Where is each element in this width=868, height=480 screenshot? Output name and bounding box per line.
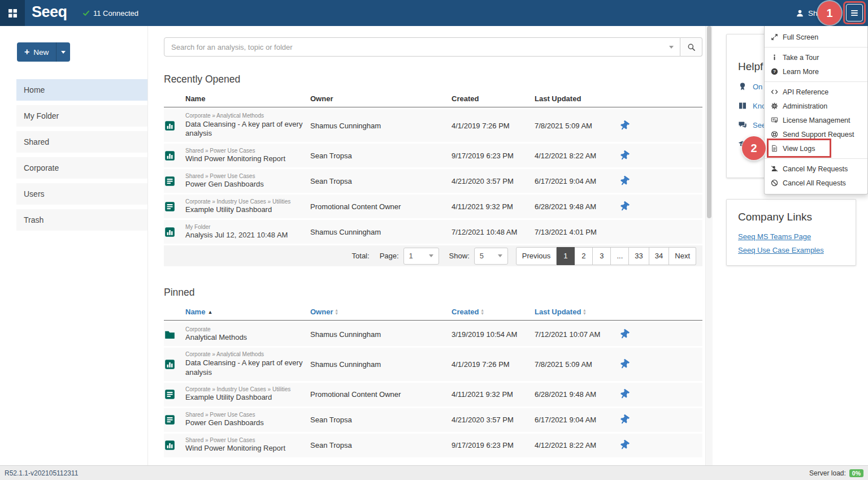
menu-item-cancel-my-requests[interactable]: Cancel My Requests — [765, 162, 867, 176]
pin-icon[interactable] — [618, 328, 630, 340]
sidebar-item-users[interactable]: Users — [16, 183, 147, 205]
pin-icon[interactable] — [618, 175, 630, 187]
item-name-link[interactable]: Analytical Methods — [185, 333, 305, 343]
main-content: Recently Opened Name Owner Created Last … — [148, 26, 705, 465]
pin-icon[interactable] — [618, 414, 630, 426]
column-header-owner: Owner — [310, 94, 452, 103]
breadcrumb[interactable]: Corporate » Industry Use Cases » Utiliti… — [185, 386, 305, 393]
menu-item-license-management[interactable]: License Management — [765, 113, 867, 127]
sidebar-item-my-folder[interactable]: My Folder — [16, 105, 147, 127]
menu-item-api-reference[interactable]: API Reference — [765, 85, 867, 99]
vertical-scrollbar[interactable] — [705, 26, 713, 465]
table-row[interactable]: Corporate » Analytical Methods Data Clea… — [164, 348, 702, 380]
table-row[interactable]: Corporate » Industry Use Cases » Utiliti… — [164, 383, 702, 407]
item-name-link[interactable]: Data Cleansing - A key part of every ana… — [185, 358, 305, 378]
menu-item-take-a-tour[interactable]: Take a Tour — [765, 50, 867, 64]
pin-icon[interactable] — [618, 200, 630, 213]
breadcrumb[interactable]: Shared » Power Use Cases — [185, 173, 305, 180]
breadcrumb[interactable]: Corporate — [185, 326, 305, 334]
page-button-1[interactable]: 1 — [557, 247, 575, 265]
search-input[interactable] — [164, 43, 680, 51]
hamburger-menu-button[interactable] — [846, 4, 863, 21]
page-button-3[interactable]: 3 — [593, 247, 611, 265]
breadcrumb[interactable]: Corporate » Analytical Methods — [185, 351, 305, 358]
search-options-chevron-icon[interactable] — [669, 46, 674, 49]
menu-item-full-screen[interactable]: Full Screen — [765, 30, 867, 44]
pin-icon[interactable] — [618, 388, 630, 401]
page-button-2[interactable]: 2 — [575, 247, 593, 265]
sidebar-item-corporate[interactable]: Corporate — [16, 157, 147, 179]
menu-item-administration[interactable]: Administration — [765, 99, 867, 113]
search-button[interactable] — [680, 37, 702, 57]
item-name-link[interactable]: Wind Power Monitoring Report — [185, 444, 305, 453]
table-row[interactable]: Shared » Power Use Cases Wind Power Moni… — [164, 434, 702, 457]
user-icon — [796, 9, 804, 18]
breadcrumb[interactable]: Shared » Power Use Cases — [185, 148, 305, 155]
table-row[interactable]: Corporate » Analytical Methods Data Clea… — [164, 109, 702, 142]
pagination: Total: Page: 1 Show: 5 Previous 1 2 3 ..… — [164, 245, 702, 266]
page-select[interactable]: 1 — [403, 248, 439, 265]
sort-header-owner[interactable]: Owner ▴▾ — [310, 308, 452, 316]
sort-header-created[interactable]: Created ▴▾ — [452, 308, 535, 316]
previous-page-button[interactable]: Previous — [516, 247, 557, 265]
sort-header-last-updated[interactable]: Last Updated ▴▾ — [535, 308, 614, 316]
sidebar-item-shared[interactable]: Shared — [16, 131, 147, 153]
item-name-link[interactable]: Data Cleansing - A key part of every ana… — [185, 120, 305, 139]
updated-cell: 6/17/2021 9:04 AM — [535, 416, 614, 424]
connection-status[interactable]: 11 Connected — [83, 0, 138, 26]
menu-item-cancel-all-requests[interactable]: Cancel All Requests — [765, 176, 867, 190]
table-row[interactable]: Shared » Power Use Cases Power Gen Dashb… — [164, 408, 702, 432]
breadcrumb[interactable]: Corporate » Analytical Methods — [185, 113, 305, 120]
breadcrumb[interactable]: Corporate » Industry Use Cases » Utiliti… — [185, 198, 305, 206]
new-dropdown-toggle[interactable] — [56, 42, 70, 62]
new-button[interactable]: + New — [17, 42, 70, 62]
table-row[interactable]: Shared » Power Use Cases Power Gen Dashb… — [164, 169, 702, 193]
table-row[interactable]: Corporate Analytical Methods Shamus Cunn… — [164, 322, 702, 346]
folder-nav: Home My Folder Shared Corporate Users Tr… — [16, 79, 147, 235]
breadcrumb[interactable]: My Folder — [185, 224, 305, 231]
item-name-link[interactable]: Example Utility Dashboard — [185, 393, 305, 403]
item-name-link[interactable]: Wind Power Monitoring Report — [185, 154, 305, 164]
page-button-34[interactable]: 34 — [649, 247, 669, 265]
helpful-link[interactable]: On — [753, 83, 762, 91]
created-cell: 4/11/2021 9:32 PM — [452, 202, 535, 211]
sort-icon: ▴▾ — [583, 309, 585, 315]
user-menu[interactable]: Sha — [796, 0, 822, 26]
search-bar — [164, 37, 702, 57]
item-name-link[interactable]: Analysis Jul 12, 2021 10:48 AM — [185, 231, 305, 240]
sidebar-item-home[interactable]: Home — [16, 79, 147, 101]
recently-opened-table: Name Owner Created Last Updated Corporat… — [164, 90, 702, 244]
sidebar-item-trash[interactable]: Trash — [16, 209, 147, 231]
menu-item-learn-more[interactable]: Learn More — [765, 64, 867, 79]
page-ellipsis-button[interactable]: ... — [611, 247, 629, 265]
table-row[interactable]: Corporate » Industry Use Cases » Utiliti… — [164, 194, 702, 218]
owner-cell: Sean Tropsa — [310, 177, 452, 185]
breadcrumb[interactable]: Shared » Power Use Cases — [185, 437, 305, 444]
pin-icon[interactable] — [618, 149, 630, 162]
company-link-use-cases[interactable]: Seeq Use Case Examples — [738, 246, 844, 254]
scrollbar-thumb[interactable] — [707, 26, 711, 218]
item-name-link[interactable]: Power Gen Dashboards — [185, 418, 305, 428]
ban-icon — [771, 179, 778, 187]
created-cell: 9/17/2019 6:23 PM — [452, 441, 535, 449]
table-row[interactable]: My Folder Analysis Jul 12, 2021 10:48 AM… — [164, 220, 702, 244]
item-name-link[interactable]: Power Gen Dashboards — [185, 180, 305, 189]
menu-item-send-support-request[interactable]: Send Support Request — [765, 127, 867, 141]
menu-item-view-logs[interactable]: View Logs 2 — [765, 141, 867, 155]
created-cell: 4/1/2019 7:26 PM — [452, 122, 535, 130]
breadcrumb[interactable]: Shared » Power Use Cases — [185, 412, 305, 419]
table-row[interactable]: Shared » Power Use Cases Wind Power Moni… — [164, 144, 702, 167]
item-name-link[interactable]: Example Utility Dashboard — [185, 205, 305, 215]
created-cell: 4/21/2020 3:57 PM — [452, 416, 535, 424]
owner-cell: Sean Tropsa — [310, 416, 452, 424]
show-select[interactable]: 5 — [474, 248, 508, 265]
pin-icon[interactable] — [618, 119, 630, 132]
next-page-button[interactable]: Next — [669, 247, 696, 265]
helpful-link[interactable]: Int — [753, 140, 761, 149]
page-button-33[interactable]: 33 — [629, 247, 649, 265]
company-link-teams[interactable]: Seeq MS Teams Page — [738, 232, 844, 241]
sort-header-name[interactable]: Name ▲ — [185, 308, 310, 316]
app-grid-button[interactable] — [0, 0, 25, 26]
pin-icon[interactable] — [618, 358, 630, 370]
pin-icon[interactable] — [618, 439, 630, 452]
